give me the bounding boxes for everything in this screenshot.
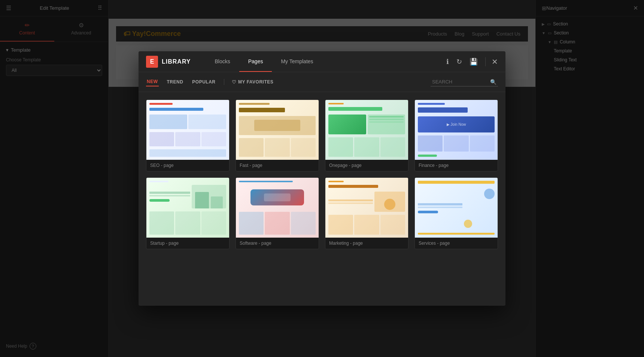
template-thumbnail-onepage (325, 100, 408, 160)
library-header-actions: ℹ ↻ 💾 ✕ (445, 56, 498, 67)
template-thumbnail-finance: ▶ Join Now (415, 100, 498, 160)
favorites-button[interactable]: ♡ MY FAVORITES (232, 79, 274, 85)
filter-new-button[interactable]: NEW (146, 77, 159, 86)
template-card-software[interactable]: Software - page (236, 177, 319, 249)
refresh-icon[interactable]: ↻ (455, 56, 464, 67)
template-label-marketing: Marketing - page (325, 238, 408, 249)
filter-trend-button[interactable]: TREND (166, 78, 184, 86)
tab-my-templates[interactable]: My Templates (272, 52, 322, 72)
template-card-startup[interactable]: Startup - page (146, 177, 230, 249)
template-card-seo[interactable]: SEO - page (146, 100, 230, 171)
templates-grid-container[interactable]: SEO - page (139, 92, 505, 306)
template-label-software: Software - page (236, 238, 319, 249)
template-card-onepage[interactable]: Onepage - page (325, 100, 408, 171)
filter-divider (224, 79, 224, 85)
template-thumbnail-startup (146, 178, 229, 238)
save-icon[interactable]: 💾 (468, 56, 479, 67)
templates-grid: SEO - page (146, 100, 498, 249)
template-thumbnail-services (415, 178, 498, 238)
template-label-seo: SEO - page (146, 160, 229, 171)
template-card-fast[interactable]: Fast - page (236, 100, 319, 171)
template-thumbnail-marketing (325, 178, 408, 238)
template-label-services: Services - page (415, 238, 498, 249)
filter-bar: NEW TREND POPULAR ♡ MY FAVORITES 🔍 (139, 72, 505, 92)
header-divider (485, 57, 486, 66)
template-thumbnail-fast (236, 100, 319, 160)
tab-blocks[interactable]: Blocks (206, 52, 239, 72)
search-icon: 🔍 (490, 79, 496, 85)
search-container: 🔍 (431, 77, 498, 86)
library-tabs: Blocks Pages My Templates (206, 52, 445, 72)
logo-letter: E (150, 58, 154, 65)
template-thumbnail-software (236, 178, 319, 238)
favorites-label: MY FAVORITES (238, 79, 273, 85)
template-label-fast: Fast - page (236, 160, 319, 171)
template-card-finance[interactable]: ▶ Join Now Finance - page (414, 100, 498, 171)
heart-icon: ♡ (232, 79, 237, 85)
template-label-startup: Startup - page (146, 238, 229, 249)
template-card-marketing[interactable]: Marketing - page (325, 177, 408, 249)
template-card-services[interactable]: Services - page (414, 177, 498, 249)
filter-popular-button[interactable]: POPULAR (191, 78, 216, 86)
library-modal: E LIBRARY Blocks Pages My Templates ℹ ↻ … (139, 51, 505, 306)
library-modal-header: E LIBRARY Blocks Pages My Templates ℹ ↻ … (139, 51, 505, 72)
modal-close-button[interactable]: ✕ (492, 57, 498, 66)
template-label-finance: Finance - page (415, 160, 498, 171)
template-label-onepage: Onepage - page (325, 160, 408, 171)
info-icon[interactable]: ℹ (445, 56, 450, 67)
tab-pages[interactable]: Pages (239, 52, 272, 72)
search-input[interactable] (431, 77, 498, 86)
template-thumbnail-seo (146, 100, 229, 160)
library-title: LIBRARY (162, 58, 191, 65)
elementor-logo: E (146, 56, 158, 68)
